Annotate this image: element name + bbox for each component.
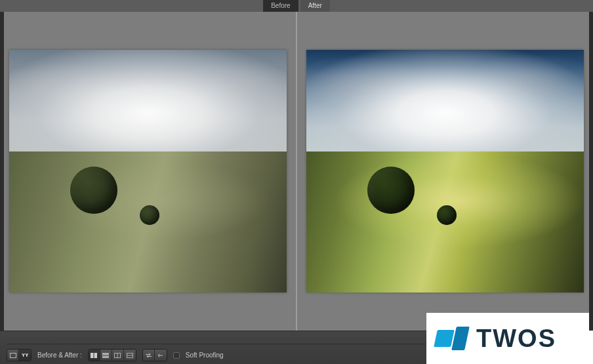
- split-vertical-icon: [114, 353, 121, 358]
- top-bottom-icon: [102, 353, 109, 358]
- view-mode-segment: Y Y: [7, 349, 31, 361]
- tree-large: [70, 167, 117, 214]
- swap-icon: [145, 353, 152, 358]
- compare-tabs: Before After: [0, 0, 593, 12]
- soft-proofing-label: Soft Proofing: [186, 352, 224, 359]
- tree-small: [437, 205, 457, 225]
- after-image[interactable]: [306, 50, 584, 293]
- before-image[interactable]: [9, 50, 287, 293]
- before-after-label: Before & After :: [37, 352, 82, 359]
- side-by-side-icon: [91, 353, 97, 358]
- compare-view-button[interactable]: Y Y: [19, 350, 31, 361]
- left-panel-edge[interactable]: [0, 12, 4, 331]
- svg-rect-0: [10, 353, 16, 357]
- svg-rect-2: [94, 353, 98, 358]
- copy-left-icon: [157, 353, 164, 358]
- layout-split-horizontal-button[interactable]: [124, 350, 136, 361]
- copy-settings-button[interactable]: [155, 350, 167, 361]
- split-horizontal-icon: [127, 353, 133, 358]
- watermark-text: TWOS: [476, 325, 556, 353]
- layout-side-by-side-button[interactable]: [89, 350, 100, 361]
- loupe-icon: [10, 353, 16, 358]
- right-panel-edge[interactable]: [589, 12, 593, 331]
- tab-before[interactable]: Before: [263, 0, 298, 12]
- swap-before-after-button[interactable]: [143, 350, 155, 361]
- before-panel: [0, 12, 296, 331]
- loupe-view-button[interactable]: [7, 350, 19, 361]
- compare-yy-icon: Y Y: [22, 353, 28, 357]
- svg-rect-3: [102, 353, 109, 355]
- tree-small: [140, 205, 159, 225]
- soft-proofing-checkbox[interactable]: [173, 352, 180, 359]
- svg-rect-1: [91, 353, 94, 358]
- tree-large: [367, 167, 415, 214]
- layout-top-bottom-button[interactable]: [100, 350, 112, 361]
- tab-after[interactable]: After: [300, 0, 330, 12]
- svg-rect-4: [102, 355, 109, 358]
- watermark: TWOS: [426, 313, 593, 364]
- swap-segment: [142, 349, 167, 361]
- after-panel: [297, 12, 593, 331]
- layout-segment: [88, 349, 136, 361]
- compare-canvas: [0, 12, 593, 331]
- layout-split-vertical-button[interactable]: [112, 350, 124, 361]
- watermark-glyph-1: [434, 330, 455, 347]
